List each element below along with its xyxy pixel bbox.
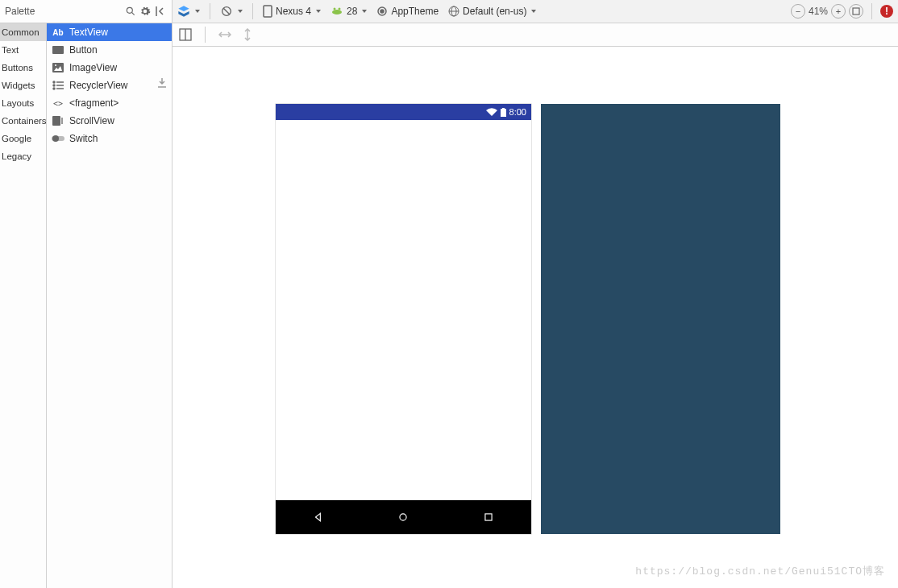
theme-label: AppTheme: [391, 6, 439, 17]
design-editor: Nexus 4 28 AppTheme Default (en-us) − 41…: [173, 0, 898, 588]
zoom-out-button[interactable]: −: [791, 4, 805, 19]
palette-component-scrollview[interactable]: ScrollView: [47, 112, 172, 130]
svg-rect-14: [61, 118, 63, 124]
gear-icon[interactable]: [138, 4, 152, 19]
svg-point-11: [53, 88, 55, 89]
palette-category-legacy[interactable]: Legacy: [0, 147, 46, 165]
svg-point-23: [339, 8, 341, 10]
component-label: <fragment>: [69, 97, 118, 109]
wifi-icon: [486, 108, 497, 116]
scroll-icon: [52, 114, 64, 127]
component-label: RecyclerView: [69, 80, 127, 91]
palette-component-recyclerview[interactable]: RecyclerView: [47, 77, 172, 94]
svg-point-9: [53, 85, 55, 86]
svg-point-25: [380, 10, 384, 13]
design-toolbar-secondary: [173, 23, 898, 47]
zoom-fit-button[interactable]: [849, 4, 863, 19]
component-label: ScrollView: [69, 115, 114, 126]
svg-line-19: [223, 8, 230, 14]
search-icon[interactable]: [123, 4, 138, 19]
locale-selector[interactable]: Default (en-us): [443, 0, 541, 23]
palette-category-layouts[interactable]: Layouts: [0, 94, 46, 112]
palette-panel: Palette Common Text Buttons Widgets Layo…: [0, 0, 173, 588]
list-icon: [52, 79, 64, 92]
svg-rect-4: [52, 63, 64, 72]
svg-rect-37: [485, 514, 492, 520]
svg-point-22: [334, 8, 336, 10]
svg-rect-3: [52, 46, 64, 54]
svg-rect-20: [264, 6, 272, 17]
palette-category-list: Common Text Buttons Widgets Layouts Cont…: [0, 23, 47, 588]
preview-container: 8:00: [276, 104, 780, 534]
error-indicator-icon[interactable]: !: [880, 5, 893, 18]
svg-point-7: [53, 81, 55, 83]
collapse-icon[interactable]: [152, 4, 167, 19]
svg-point-0: [127, 7, 132, 13]
palette-body: Common Text Buttons Widgets Layouts Cont…: [0, 23, 172, 588]
palette-category-common[interactable]: Common: [0, 23, 46, 41]
svg-rect-13: [52, 116, 60, 126]
battery-icon: [501, 108, 506, 117]
pan-horizontal-icon[interactable]: [217, 27, 233, 43]
pan-vertical-icon[interactable]: [239, 27, 256, 43]
svg-point-21: [332, 10, 342, 14]
component-label: Button: [69, 44, 98, 56]
device-status-bar: 8:00: [276, 104, 531, 120]
nav-home-icon: [397, 511, 409, 523]
svg-point-6: [55, 64, 56, 66]
palette-component-textview[interactable]: Ab TextView: [47, 23, 172, 41]
palette-component-list: Ab TextView Button ImageView RecyclerVi: [47, 23, 172, 588]
svg-point-36: [400, 514, 406, 520]
nav-recents-icon: [483, 511, 494, 523]
fragment-icon: <>: [52, 97, 64, 110]
component-label: Switch: [69, 133, 98, 144]
image-icon: [52, 61, 64, 74]
device-selector[interactable]: Nexus 4: [258, 0, 326, 23]
zoom-in-button[interactable]: +: [831, 4, 846, 19]
orientation-button[interactable]: [215, 0, 247, 23]
palette-category-containers[interactable]: Containers: [0, 112, 46, 130]
zoom-value: 41%: [809, 6, 828, 17]
svg-rect-34: [501, 109, 506, 117]
palette-category-text[interactable]: Text: [0, 41, 46, 59]
design-toolbar: Nexus 4 28 AppTheme Default (en-us) − 41…: [173, 0, 898, 23]
device-label: Nexus 4: [276, 6, 311, 17]
palette-title: Palette: [5, 6, 35, 17]
status-time: 8:00: [509, 107, 526, 117]
palette-component-fragment[interactable]: <> <fragment>: [47, 94, 172, 112]
device-nav-bar: [276, 500, 531, 534]
zoom-controls: − 41% + !: [791, 3, 898, 19]
palette-component-switch[interactable]: Switch: [47, 130, 172, 147]
nav-back-icon: [313, 511, 324, 523]
theme-selector[interactable]: AppTheme: [372, 0, 443, 23]
svg-rect-29: [853, 8, 859, 14]
palette-category-widgets[interactable]: Widgets: [0, 77, 46, 94]
palette-component-imageview[interactable]: ImageView: [47, 59, 172, 77]
device-preview-design[interactable]: 8:00: [276, 104, 531, 534]
palette-component-button[interactable]: Button: [47, 41, 172, 59]
api-selector[interactable]: 28: [326, 0, 372, 23]
text-ab-icon: Ab: [52, 26, 64, 39]
component-label: TextView: [69, 27, 108, 38]
locale-label: Default (en-us): [463, 6, 526, 17]
blueprint-toggle-icon[interactable]: [177, 27, 193, 43]
download-icon[interactable]: [157, 78, 167, 88]
palette-category-google[interactable]: Google: [0, 130, 46, 147]
design-canvas[interactable]: 8:00 https://blog.csdn.net/Genui51CTO博客: [173, 47, 898, 588]
palette-header: Palette: [0, 0, 172, 23]
svg-point-16: [52, 135, 59, 142]
component-label: ImageView: [69, 62, 117, 73]
design-surface-button[interactable]: [173, 0, 205, 23]
svg-line-1: [131, 12, 134, 14]
device-preview-blueprint[interactable]: [541, 104, 780, 534]
api-label: 28: [347, 6, 357, 17]
watermark-text: https://blog.csdn.net/Genui51CTO博客: [635, 564, 885, 578]
switch-icon: [52, 132, 64, 145]
palette-category-buttons[interactable]: Buttons: [0, 59, 46, 77]
button-icon: [52, 43, 64, 56]
svg-rect-35: [502, 108, 505, 109]
